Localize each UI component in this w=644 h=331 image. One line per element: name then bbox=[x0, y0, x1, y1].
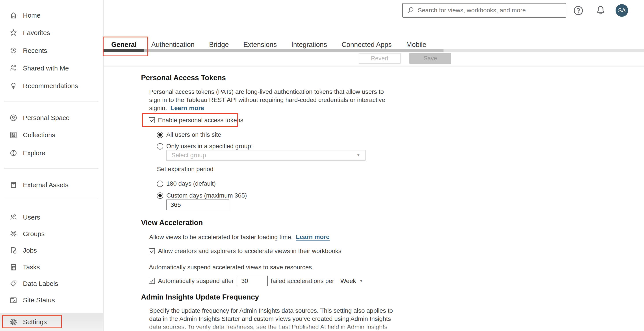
tab-general[interactable]: General bbox=[111, 41, 136, 49]
va-learn-more-link[interactable]: Learn more bbox=[296, 233, 330, 241]
sidebar-item-label: Recents bbox=[23, 47, 47, 54]
all-users-radio[interactable] bbox=[157, 132, 163, 138]
sidebar-item-recommendations[interactable]: Recommendations bbox=[0, 77, 103, 94]
auto-suspend-label: Automatically suspend after bbox=[158, 278, 234, 285]
avatar[interactable]: SA bbox=[616, 4, 628, 17]
sidebar-item-label: Settings bbox=[23, 318, 47, 326]
sidebar-item-shared-with-me[interactable]: Shared with Me bbox=[0, 60, 103, 77]
gear-icon bbox=[9, 318, 18, 326]
sidebar-item-label: Site Status bbox=[23, 297, 55, 304]
search-box[interactable] bbox=[402, 3, 566, 18]
avatar-initials: SA bbox=[618, 7, 626, 14]
view-acceleration-heading: View Acceleration bbox=[141, 219, 203, 227]
site-status-icon bbox=[9, 296, 18, 304]
sidebar-item-label: Home bbox=[23, 12, 40, 19]
pat-description-line1: Personal access tokens (PATs) are long-l… bbox=[149, 88, 385, 96]
sidebar-item-tasks[interactable]: Tasks bbox=[0, 259, 103, 276]
sidebar-item-data-labels[interactable]: Data Labels bbox=[0, 275, 103, 292]
pat-description-line3: signin. Learn more bbox=[149, 104, 385, 112]
revert-button[interactable]: Revert bbox=[359, 53, 400, 64]
pat-custom-days-row: Custom days (maximum 365) bbox=[157, 192, 247, 199]
tab-bridge[interactable]: Bridge bbox=[209, 41, 229, 49]
sidebar: Home Favorites Recents Shared with Me Re… bbox=[0, 0, 104, 331]
ai-desc-line3: data sources. To verify data freshness, … bbox=[149, 323, 393, 331]
sidebar-item-label: Explore bbox=[23, 149, 46, 157]
tab-mobile[interactable]: Mobile bbox=[406, 41, 426, 49]
enable-pat-checkbox[interactable] bbox=[149, 117, 155, 123]
checkmark-icon bbox=[150, 118, 154, 123]
sidebar-divider bbox=[4, 101, 98, 102]
search-icon bbox=[407, 6, 414, 14]
search-input[interactable] bbox=[417, 6, 562, 14]
sidebar-item-label: Jobs bbox=[23, 247, 37, 254]
pat-enable-row: Enable personal access tokens bbox=[149, 117, 244, 124]
sidebar-item-collections[interactable]: Collections bbox=[0, 126, 103, 144]
collections-icon bbox=[9, 131, 18, 139]
shared-with-me-icon bbox=[9, 64, 18, 72]
sidebar-item-label: Recommendations bbox=[23, 82, 78, 90]
pat-description: Personal access tokens (PATs) are long-l… bbox=[149, 88, 385, 112]
days-180-label: 180 days (default) bbox=[166, 180, 216, 187]
failed-accelerations-input[interactable] bbox=[237, 276, 268, 286]
va-allow-row: Allow creators and explorers to accelera… bbox=[149, 248, 342, 255]
save-button[interactable]: Save bbox=[409, 53, 451, 64]
sidebar-item-external-assets[interactable]: External Assets bbox=[0, 176, 103, 194]
help-icon[interactable] bbox=[573, 5, 584, 16]
sidebar-item-favorites[interactable]: Favorites bbox=[0, 24, 103, 41]
tab-bar: General Authentication Bridge Extensions… bbox=[111, 41, 426, 49]
checkmark-icon bbox=[150, 249, 154, 254]
pat-learn-more-link[interactable]: Learn more bbox=[170, 104, 204, 112]
admin-insights-heading: Admin Insights Update Frequency bbox=[141, 293, 259, 301]
tab-extensions[interactable]: Extensions bbox=[244, 41, 277, 49]
tag-icon bbox=[9, 280, 18, 288]
sidebar-item-settings[interactable]: Settings bbox=[0, 313, 103, 331]
sidebar-item-home[interactable]: Home bbox=[0, 7, 103, 24]
personal-space-icon bbox=[9, 114, 18, 122]
period-dropdown[interactable]: Week ▼ bbox=[340, 278, 363, 285]
custom-days-input[interactable] bbox=[166, 200, 229, 210]
sidebar-item-label: Tasks bbox=[23, 263, 40, 271]
sidebar-item-site-status[interactable]: Site Status bbox=[0, 292, 103, 309]
tab-integrations[interactable]: Integrations bbox=[291, 41, 327, 49]
sidebar-item-recents[interactable]: Recents bbox=[0, 42, 103, 59]
auto-suspend-suffix: failed accelerations per bbox=[271, 278, 334, 285]
lightbulb-icon bbox=[9, 82, 18, 90]
sidebar-item-personal-space[interactable]: Personal Space bbox=[0, 109, 103, 126]
sidebar-divider bbox=[4, 199, 98, 199]
va-suspend-row: Automatically suspend after failed accel… bbox=[149, 276, 363, 286]
auto-suspend-checkbox[interactable] bbox=[149, 278, 155, 284]
users-icon bbox=[9, 213, 18, 222]
tab-authentication[interactable]: Authentication bbox=[151, 41, 194, 49]
allow-accelerate-checkbox[interactable] bbox=[149, 248, 155, 254]
notifications-bell-icon[interactable] bbox=[595, 5, 606, 16]
allow-accelerate-label: Allow creators and explorers to accelera… bbox=[158, 248, 342, 255]
sidebar-item-label: Shared with Me bbox=[23, 64, 69, 72]
pat-specified-group-row: Only users in a specified group: bbox=[157, 143, 253, 150]
sidebar-item-label: Favorites bbox=[23, 29, 50, 36]
home-icon bbox=[9, 11, 18, 19]
chevron-down-icon: ▼ bbox=[356, 153, 360, 157]
custom-days-radio[interactable] bbox=[157, 192, 163, 199]
ai-desc-line2: data in the Admin Insights Starter and c… bbox=[149, 315, 393, 323]
sidebar-item-label: External Assets bbox=[23, 181, 68, 189]
sidebar-item-label: Collections bbox=[23, 131, 55, 139]
va-suspend-description: Automatically suspend accelerated views … bbox=[149, 264, 314, 271]
group-select-dropdown[interactable]: Select group ▼ bbox=[166, 150, 366, 161]
sidebar-item-label: Users bbox=[23, 214, 40, 221]
specified-group-label: Only users in a specified group: bbox=[166, 143, 253, 150]
pat-description-line2: sign in to the Tableau REST API without … bbox=[149, 96, 385, 104]
sidebar-item-users[interactable]: Users bbox=[0, 209, 103, 226]
tab-connected-apps[interactable]: Connected Apps bbox=[342, 41, 392, 49]
ai-desc-line1: Specify the update frequency for Admin I… bbox=[149, 307, 393, 315]
pat-180-days-row: 180 days (default) bbox=[157, 180, 216, 187]
sidebar-item-jobs[interactable]: Jobs bbox=[0, 242, 103, 259]
sidebar-item-label: Data Labels bbox=[23, 280, 58, 287]
sidebar-item-groups[interactable]: Groups bbox=[0, 225, 103, 243]
admin-insights-description: Specify the update frequency for Admin I… bbox=[149, 307, 393, 331]
days-180-radio[interactable] bbox=[157, 181, 163, 187]
sidebar-item-explore[interactable]: Explore bbox=[0, 144, 103, 162]
period-value: Week bbox=[340, 278, 356, 285]
explore-compass-icon bbox=[9, 149, 18, 157]
external-assets-icon bbox=[9, 181, 18, 189]
specified-group-radio[interactable] bbox=[157, 143, 163, 150]
